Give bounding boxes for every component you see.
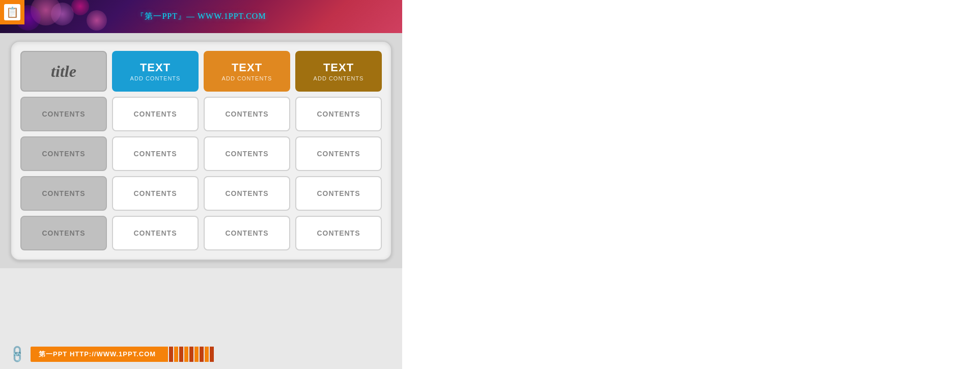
paperclip-icon: 🔗 (7, 344, 27, 364)
contents-cell-r2c3[interactable]: CONTENTS (204, 136, 290, 171)
contents-cell-r1c1[interactable]: CONTENTS (20, 97, 107, 131)
contents-cell-r3c3[interactable]: CONTENTS (204, 176, 290, 211)
footer-stripes (164, 347, 215, 362)
btn-sub-text-3: ADD CONTENTS (314, 75, 364, 81)
bokeh-decoration (51, 3, 74, 25)
contents-cell-r2c2[interactable]: CONTENTS (112, 136, 199, 171)
footer-icon: 🔗 (10, 347, 24, 361)
contents-cell-r4c2[interactable]: CONTENTS (112, 216, 199, 250)
contents-cell-r3c1[interactable]: CONTENTS (20, 176, 107, 211)
footer-text: 第一PPT HTTP://WWW.1PPT.COM (31, 347, 164, 362)
btn-main-text-1: TEXT (140, 61, 171, 74)
slide-main: title TEXT ADD CONTENTS TEXT ADD CONTENT… (0, 33, 402, 268)
slide-footer: 🔗 第一PPT HTTP://WWW.1PPT.COM (0, 339, 402, 369)
content-panel: title TEXT ADD CONTENTS TEXT ADD CONTENT… (10, 41, 392, 261)
contents-cell-r4c4[interactable]: CONTENTS (295, 216, 382, 250)
right-area (402, 0, 980, 369)
slide-container: 📋 『第一PPT』— WWW.1PPT.COM title TEXT ADD C… (0, 0, 402, 369)
logo-icon: 📋 (4, 4, 20, 20)
contents-cell-r4c3[interactable]: CONTENTS (204, 216, 290, 250)
contents-cell-r4c1[interactable]: CONTENTS (20, 216, 107, 250)
text-button-orange[interactable]: TEXT ADD CONTENTS (204, 51, 290, 92)
bokeh-decoration (71, 0, 89, 15)
contents-cell-r3c4[interactable]: CONTENTS (295, 176, 382, 211)
contents-grid: CONTENTS CONTENTS CONTENTS CONTENTS CONT… (20, 97, 382, 250)
title-label: title (51, 62, 76, 81)
contents-cell-r2c1[interactable]: CONTENTS (20, 136, 107, 171)
contents-cell-r1c4[interactable]: CONTENTS (295, 97, 382, 131)
btn-main-text-3: TEXT (323, 61, 354, 74)
text-button-brown[interactable]: TEXT ADD CONTENTS (295, 51, 382, 92)
footer-bar: 第一PPT HTTP://WWW.1PPT.COM (31, 347, 392, 362)
contents-cell-r1c2[interactable]: CONTENTS (112, 97, 199, 131)
title-cell: title (20, 51, 107, 92)
logo-box: 📋 (0, 0, 24, 24)
text-button-blue[interactable]: TEXT ADD CONTENTS (112, 51, 199, 92)
header-title: 『第一PPT』— WWW.1PPT.COM (136, 11, 266, 22)
bokeh-decoration (87, 10, 107, 31)
contents-cell-r3c2[interactable]: CONTENTS (112, 176, 199, 211)
btn-sub-text-2: ADD CONTENTS (222, 75, 272, 81)
contents-cell-r1c3[interactable]: CONTENTS (204, 97, 290, 131)
slide-header: 📋 『第一PPT』— WWW.1PPT.COM (0, 0, 402, 33)
header-row: title TEXT ADD CONTENTS TEXT ADD CONTENT… (20, 51, 382, 92)
btn-main-text-2: TEXT (232, 61, 262, 74)
contents-cell-r2c4[interactable]: CONTENTS (295, 136, 382, 171)
btn-sub-text-1: ADD CONTENTS (130, 75, 181, 81)
